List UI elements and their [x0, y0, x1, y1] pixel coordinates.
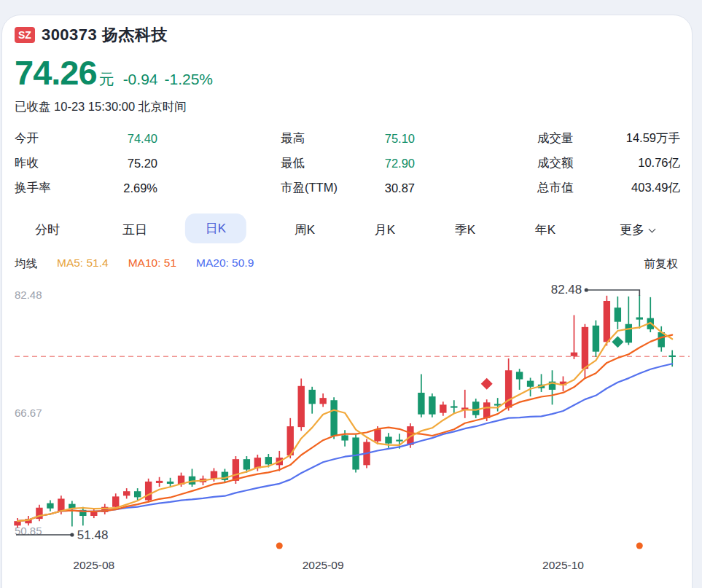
stock-detail-page: SZ 300373 扬杰科技 74.26 元 -0.94 -1.25% 已收盘 …	[0, 0, 702, 588]
candle-body	[582, 327, 588, 369]
candle-body	[156, 481, 163, 483]
candle-body	[527, 381, 534, 387]
candle-body	[298, 386, 305, 427]
candle-body	[58, 498, 64, 511]
candle-body	[145, 482, 152, 501]
candle-body	[319, 398, 326, 404]
candle-body	[90, 512, 97, 516]
candle-body	[47, 503, 53, 509]
candle-body	[483, 402, 490, 418]
x-axis-label: 2025-08	[73, 559, 114, 571]
y-axis-label: 82.48	[15, 289, 42, 301]
candle-body	[385, 436, 391, 443]
candle-body	[374, 429, 381, 441]
candle-body	[396, 440, 402, 442]
low-annotation-dot	[70, 533, 74, 536]
marker-diamond	[481, 378, 493, 390]
candlestick-chart[interactable]: 82.4866.6750.852025-082025-092025-1051.4…	[0, 0, 702, 588]
x-axis-label: 2025-10	[542, 559, 584, 571]
candle-body	[636, 318, 643, 320]
candle-body	[571, 353, 577, 356]
high-annotation-label: 82.48	[551, 283, 582, 297]
candle-body	[625, 324, 632, 343]
y-axis-label: 66.67	[15, 407, 42, 419]
candle-body	[211, 471, 217, 479]
candle-body	[440, 404, 446, 412]
marker-diamond	[612, 336, 623, 348]
candle-body	[418, 393, 424, 415]
candle-body	[233, 459, 239, 481]
candle-body	[123, 491, 130, 495]
x-axis-label: 2025-09	[303, 559, 344, 571]
candle-body	[352, 437, 359, 469]
ma10-line	[17, 335, 672, 522]
candle-body	[243, 459, 250, 469]
event-dot	[636, 543, 643, 549]
candle-body	[112, 496, 119, 506]
candle-body	[451, 406, 457, 407]
candle-body	[167, 482, 173, 484]
low-annotation-label: 51.48	[77, 528, 109, 542]
candle-body	[472, 401, 479, 415]
candle-body	[516, 372, 523, 379]
event-dot	[276, 543, 283, 549]
candle-body	[341, 435, 348, 440]
candle-body	[308, 390, 315, 404]
candle-body	[429, 396, 435, 415]
candle-body	[593, 326, 599, 352]
candle-body	[330, 400, 337, 436]
candle-body	[134, 491, 141, 497]
candle-body	[265, 457, 272, 464]
high-annotation-connector	[586, 290, 639, 296]
candle-body	[615, 307, 621, 321]
candle-body	[669, 356, 676, 357]
candle-body	[604, 301, 610, 342]
